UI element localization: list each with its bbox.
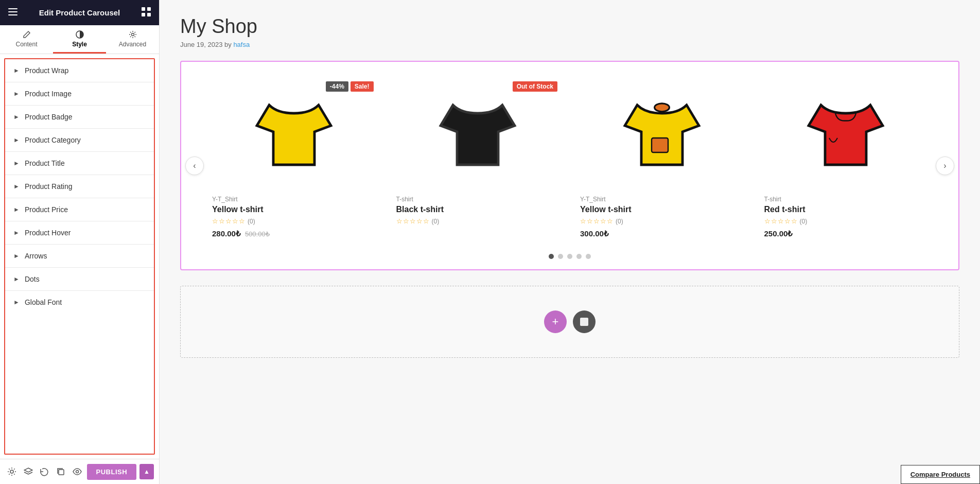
section-item[interactable]: ►Product Price — [5, 198, 154, 221]
product-badge: Out of Stock — [513, 81, 557, 92]
add-section-square-button[interactable] — [573, 310, 596, 333]
section-item[interactable]: ►Product Wrap — [5, 59, 154, 82]
section-item[interactable]: ►Product Category — [5, 129, 154, 152]
sidebar: Edit Product Carousel Content Style Adva… — [0, 0, 160, 484]
svg-rect-3 — [142, 7, 145, 11]
author-link[interactable]: hafsa — [233, 41, 250, 48]
section-arrow-icon: ► — [13, 90, 20, 97]
main-content: My Shop June 19, 2023 by hafsa ‹ -44%Sal… — [160, 0, 980, 484]
section-arrow-icon: ► — [13, 183, 20, 190]
svg-rect-0 — [8, 8, 18, 9]
section-arrow-icon: ► — [13, 113, 20, 120]
history-icon[interactable] — [38, 463, 51, 480]
product-card: Out of Stock T-shirt Black t-shirt ☆☆☆☆☆… — [391, 72, 565, 244]
product-original-price: 500.00₺ — [245, 230, 270, 238]
add-section-area: + — [180, 286, 959, 358]
product-title: Black t-shirt — [396, 205, 560, 214]
stars-icon: ☆☆☆☆☆ — [764, 217, 798, 225]
product-price: 280.00₺500.00₺ — [212, 229, 376, 238]
product-price: 250.00₺ — [764, 229, 928, 238]
product-price-value: 300.00₺ — [580, 229, 609, 238]
gear-icon — [129, 30, 137, 39]
pencil-icon — [23, 30, 31, 39]
svg-rect-6 — [147, 13, 151, 16]
product-category: T-shirt — [764, 196, 928, 203]
section-item[interactable]: ►Product Rating — [5, 175, 154, 198]
stars-icon: ☆☆☆☆☆ — [396, 217, 430, 225]
rating-count: (0) — [616, 218, 623, 225]
stars-icon: ☆☆☆☆☆ — [212, 217, 246, 225]
carousel-dots — [207, 254, 933, 259]
svg-point-12 — [76, 471, 78, 473]
product-title: Red t-shirt — [764, 205, 928, 214]
shop-meta: June 19, 2023 by hafsa — [180, 41, 959, 48]
svg-rect-14 — [652, 138, 668, 152]
svg-rect-5 — [142, 13, 145, 16]
section-list: ►Product Wrap►Product Image►Product Badg… — [4, 58, 155, 455]
product-rating: ☆☆☆☆☆ (0) — [764, 217, 928, 225]
carousel-dot[interactable] — [558, 254, 563, 259]
section-arrow-icon: ► — [13, 67, 20, 74]
carousel-dot[interactable] — [549, 254, 554, 259]
tab-style[interactable]: Style — [53, 25, 106, 54]
tab-content[interactable]: Content — [0, 25, 53, 54]
product-title: Yellow t-shirt — [580, 205, 744, 214]
product-badge: Sale! — [351, 81, 374, 92]
svg-point-13 — [654, 103, 669, 112]
svg-rect-1 — [8, 11, 18, 12]
shop-title: My Shop — [180, 15, 959, 38]
product-category: Y-T_Shirt — [212, 196, 376, 203]
section-item[interactable]: ►Dots — [5, 268, 154, 291]
sidebar-title: Edit Product Carousel — [39, 8, 120, 17]
tab-advanced[interactable]: Advanced — [106, 25, 159, 54]
product-category: Y-T_Shirt — [580, 196, 744, 203]
svg-rect-11 — [59, 470, 64, 475]
carousel-next-button[interactable]: › — [936, 157, 954, 175]
rating-count: (0) — [800, 218, 808, 225]
product-image — [580, 77, 744, 191]
section-item[interactable]: ►Product Title — [5, 152, 154, 175]
hamburger-icon[interactable] — [8, 8, 18, 17]
product-card: T-shirt Red t-shirt ☆☆☆☆☆ (0) 250.00₺ — [759, 72, 933, 244]
product-price-value: 250.00₺ — [764, 229, 793, 238]
product-rating: ☆☆☆☆☆ (0) — [396, 217, 560, 225]
product-price: 300.00₺ — [580, 229, 744, 238]
section-arrow-icon: ► — [13, 229, 20, 236]
carousel-dot[interactable] — [567, 254, 572, 259]
carousel-dot[interactable] — [576, 254, 582, 259]
product-image: Out of Stock — [396, 77, 560, 191]
svg-rect-2 — [8, 14, 18, 15]
svg-rect-4 — [147, 7, 151, 11]
carousel-prev-button[interactable]: ‹ — [185, 157, 204, 175]
badge-wrap: -44%Sale! — [326, 81, 374, 92]
badge-wrap: Out of Stock — [513, 81, 557, 92]
carousel-dot[interactable] — [586, 254, 591, 259]
eye-icon[interactable] — [71, 463, 84, 480]
rating-count: (0) — [248, 218, 255, 225]
section-item[interactable]: ►Product Hover — [5, 221, 154, 245]
settings-icon[interactable] — [5, 463, 19, 480]
product-category: T-shirt — [396, 196, 560, 203]
section-item[interactable]: ►Product Image — [5, 82, 154, 106]
product-badge: -44% — [326, 81, 348, 92]
publish-button[interactable]: PUBLISH — [87, 464, 137, 480]
section-item[interactable]: ►Arrows — [5, 245, 154, 268]
duplicate-icon[interactable] — [54, 463, 67, 480]
product-price-value: 280.00₺ — [212, 229, 241, 238]
section-item[interactable]: ►Global Font — [5, 291, 154, 314]
svg-point-9 — [10, 470, 13, 473]
section-item[interactable]: ►Product Badge — [5, 106, 154, 129]
carousel-container: ‹ -44%Sale! Y-T_Shirt Yellow t-shirt ☆☆☆… — [180, 61, 959, 270]
product-card: -44%Sale! Y-T_Shirt Yellow t-shirt ☆☆☆☆☆… — [207, 72, 381, 244]
section-arrow-icon: ► — [13, 160, 20, 167]
publish-chevron-button[interactable]: ▲ — [139, 464, 154, 479]
section-arrow-icon: ► — [13, 136, 20, 144]
stars-icon: ☆☆☆☆☆ — [580, 217, 614, 225]
sidebar-header: Edit Product Carousel — [0, 0, 159, 25]
grid-icon[interactable] — [142, 7, 151, 18]
product-image — [764, 77, 928, 191]
add-section-plus-button[interactable]: + — [544, 310, 567, 333]
layers-icon[interactable] — [22, 463, 35, 480]
tab-bar: Content Style Advanced — [0, 25, 159, 54]
compare-products-button[interactable]: Compare Products — [901, 465, 980, 484]
